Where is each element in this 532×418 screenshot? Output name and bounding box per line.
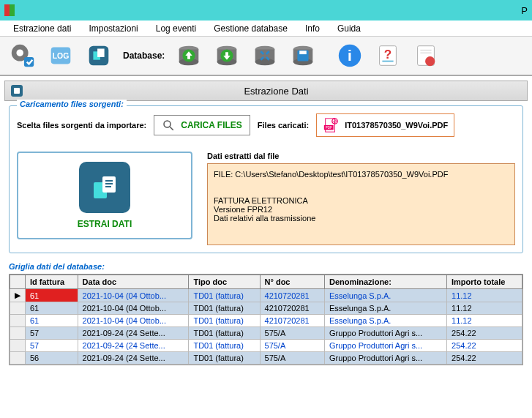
col-header[interactable]: Importo totale [447,275,522,289]
svg-rect-23 [300,51,307,54]
panel-header: Estrazione Dati [4,81,528,101]
table-row[interactable]: ▶612021-10-04 (04 Ottob...TD01 (fattura)… [10,289,522,302]
app-icon [4,4,15,16]
col-header[interactable]: Data doc [78,275,189,289]
table-row[interactable]: 612021-10-04 (04 Ottob...TD01 (fattura)4… [10,315,522,327]
certificate-button[interactable] [408,39,444,72]
table-row[interactable]: 572021-09-24 (24 Sette...TD01 (fattura)5… [10,327,522,340]
svg-text:i: i [348,47,352,64]
table-row[interactable]: 572021-09-24 (24 Sette...TD01 (fattura)5… [10,340,522,352]
help-button[interactable]: ? [370,39,406,72]
col-header[interactable]: Id fattura [26,275,78,289]
carica-files-button[interactable]: CARICA FILES [154,115,250,135]
svg-point-33 [164,121,171,127]
loaded-file-box[interactable]: PDF IT01378570350_W9Voi.PDF [316,113,454,137]
titlebar: P [0,0,532,20]
carica-files-label: CARICA FILES [181,120,242,130]
dati-estratti-box: FILE: C:\Users\Stefano\Desktop\test\IT01… [207,163,515,245]
log-button[interactable]: LOG [42,39,79,72]
grid-header-row: Id fatturaData docTipo docN° docDenomina… [10,275,522,289]
grid-body: ▶612021-10-04 (04 Ottob...TD01 (fattura)… [10,289,522,365]
toolbar: LOG Database: i ? [0,37,532,76]
settings-gear-button[interactable] [4,39,41,72]
table-row[interactable]: 562021-09-24 (24 Sette...TD01 (fattura)5… [10,352,522,365]
search-icon [162,119,175,132]
col-header[interactable]: N° doc [260,275,324,289]
svg-line-34 [171,127,174,130]
loaded-file-name: IT01378570350_W9Voi.PDF [345,121,448,130]
db-compress-button[interactable] [247,39,283,72]
titlebar-text: P [20,5,528,16]
pdf-icon: PDF [323,117,339,133]
svg-text:?: ? [384,48,391,61]
svg-text:PDF: PDF [326,126,332,130]
svg-point-1 [16,49,23,56]
svg-point-18 [255,59,275,66]
extract-icon [79,162,130,213]
menu-impostazioni[interactable]: Impostazioni [81,22,145,35]
info-button[interactable]: i [331,39,368,72]
panel-title: Estrazione Dati [31,86,521,97]
menu-info[interactable]: Info [298,22,327,35]
scan-button[interactable] [80,39,117,72]
col-header[interactable]: Tipo doc [189,275,260,289]
files-caricati-label: Files caricati: [258,121,309,130]
database-label: Database: [123,51,165,61]
panel-icon [11,85,23,97]
svg-point-32 [425,56,435,66]
grid-legend: Griglia dati del database: [9,262,523,271]
scelta-label: Scelta files sorgenti da importare: [17,121,146,130]
menubar: Estrazione datiImpostazioniLog eventiGes… [0,20,532,37]
col-header[interactable]: Denominazione: [324,275,446,289]
menu-estrazione-dati[interactable]: Estrazione dati [6,22,78,35]
menu-guida[interactable]: Guida [330,22,368,35]
extract-label: ESTRAI DATI [78,219,132,229]
svg-rect-7 [97,49,105,57]
svg-rect-2 [24,57,34,67]
table-row[interactable]: 612021-10-04 (04 Ottob...TD01 (fattura)4… [10,302,522,315]
extract-data-button[interactable]: ESTRAI DATI [17,152,192,239]
db-upload-button[interactable] [171,39,207,72]
dati-estratti-title: Dati estratti dal file [207,152,515,160]
db-download-button[interactable] [209,39,245,72]
svg-text:LOG: LOG [53,52,70,60]
caricamento-legend: Caricamento files sorgenti: [17,100,127,108]
menu-gestione-database[interactable]: Gestione database [206,22,295,35]
caricamento-fieldset: Caricamento files sorgenti: Scelta files… [9,105,523,253]
menu-log-eventi[interactable]: Log eventi [149,22,203,35]
db-save-button[interactable] [285,39,321,72]
data-grid[interactable]: Id fatturaData docTipo docN° docDenomina… [9,274,523,365]
